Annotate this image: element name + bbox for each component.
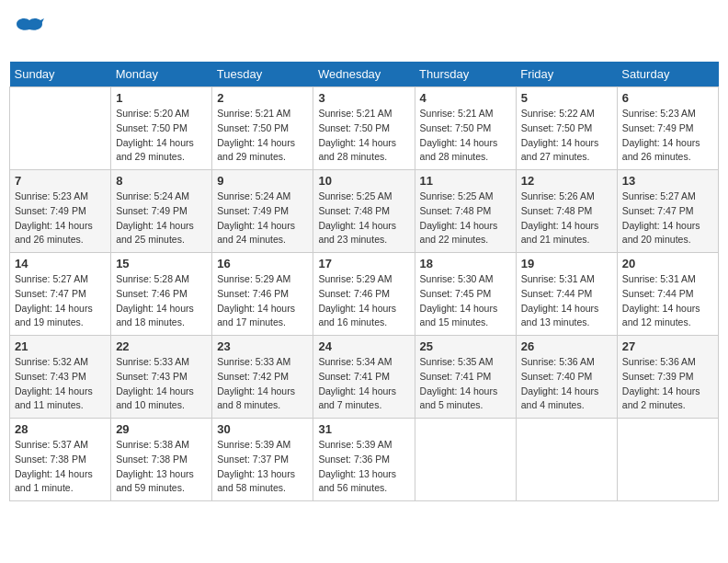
calendar-cell: 18Sunrise: 5:30 AMSunset: 7:45 PMDayligh… <box>415 253 516 336</box>
day-info: Sunrise: 5:29 AMSunset: 7:46 PMDaylight:… <box>318 272 409 330</box>
calendar-cell <box>617 419 718 501</box>
day-number: 26 <box>521 339 612 353</box>
calendar-cell: 28Sunrise: 5:37 AMSunset: 7:38 PMDayligh… <box>10 419 111 501</box>
calendar-cell: 17Sunrise: 5:29 AMSunset: 7:46 PMDayligh… <box>313 253 415 336</box>
calendar-week-2: 7Sunrise: 5:23 AMSunset: 7:49 PMDaylight… <box>10 170 719 253</box>
weekday-header-tuesday: Tuesday <box>212 62 313 87</box>
calendar-cell: 23Sunrise: 5:33 AMSunset: 7:42 PMDayligh… <box>212 336 313 419</box>
calendar-cell: 20Sunrise: 5:31 AMSunset: 7:44 PMDayligh… <box>617 253 718 336</box>
day-info: Sunrise: 5:31 AMSunset: 7:44 PMDaylight:… <box>622 272 713 330</box>
calendar-week-4: 21Sunrise: 5:32 AMSunset: 7:43 PMDayligh… <box>10 336 719 419</box>
day-number: 2 <box>217 91 308 105</box>
calendar-week-3: 14Sunrise: 5:27 AMSunset: 7:47 PMDayligh… <box>10 253 719 336</box>
day-info: Sunrise: 5:27 AMSunset: 7:47 PMDaylight:… <box>622 190 713 247</box>
day-info: Sunrise: 5:21 AMSunset: 7:50 PMDaylight:… <box>420 107 511 165</box>
day-number: 28 <box>15 422 106 436</box>
logo-bird-icon <box>15 17 44 42</box>
calendar-cell: 25Sunrise: 5:35 AMSunset: 7:41 PMDayligh… <box>415 336 516 419</box>
day-number: 1 <box>116 91 207 105</box>
day-info: Sunrise: 5:21 AMSunset: 7:50 PMDaylight:… <box>217 107 308 165</box>
calendar-cell: 21Sunrise: 5:32 AMSunset: 7:43 PMDayligh… <box>10 336 111 419</box>
day-info: Sunrise: 5:27 AMSunset: 7:47 PMDaylight:… <box>15 272 106 330</box>
calendar-week-5: 28Sunrise: 5:37 AMSunset: 7:38 PMDayligh… <box>10 419 719 501</box>
calendar-cell: 2Sunrise: 5:21 AMSunset: 7:50 PMDaylight… <box>212 87 313 170</box>
day-info: Sunrise: 5:24 AMSunset: 7:49 PMDaylight:… <box>116 190 207 247</box>
calendar-cell: 29Sunrise: 5:38 AMSunset: 7:38 PMDayligh… <box>111 419 212 501</box>
day-info: Sunrise: 5:37 AMSunset: 7:38 PMDaylight:… <box>15 438 106 496</box>
calendar-cell <box>10 87 111 170</box>
day-info: Sunrise: 5:34 AMSunset: 7:41 PMDaylight:… <box>318 355 409 413</box>
calendar-cell: 9Sunrise: 5:24 AMSunset: 7:49 PMDaylight… <box>212 170 313 253</box>
calendar-cell: 6Sunrise: 5:23 AMSunset: 7:49 PMDaylight… <box>617 87 718 170</box>
calendar-cell: 7Sunrise: 5:23 AMSunset: 7:49 PMDaylight… <box>10 170 111 253</box>
calendar-cell: 22Sunrise: 5:33 AMSunset: 7:43 PMDayligh… <box>111 336 212 419</box>
day-info: Sunrise: 5:23 AMSunset: 7:49 PMDaylight:… <box>15 190 106 247</box>
weekday-header-row: SundayMondayTuesdayWednesdayThursdayFrid… <box>10 62 719 87</box>
logo-text <box>13 17 42 47</box>
day-info: Sunrise: 5:38 AMSunset: 7:38 PMDaylight:… <box>116 438 207 496</box>
day-number: 13 <box>622 174 713 188</box>
day-info: Sunrise: 5:20 AMSunset: 7:50 PMDaylight:… <box>116 107 207 165</box>
calendar-week-1: 1Sunrise: 5:20 AMSunset: 7:50 PMDaylight… <box>10 87 719 170</box>
day-number: 10 <box>318 174 409 188</box>
day-number: 8 <box>116 174 207 188</box>
day-info: Sunrise: 5:23 AMSunset: 7:49 PMDaylight:… <box>622 107 713 165</box>
day-info: Sunrise: 5:35 AMSunset: 7:41 PMDaylight:… <box>420 355 511 413</box>
calendar-cell: 11Sunrise: 5:25 AMSunset: 7:48 PMDayligh… <box>415 170 516 253</box>
day-info: Sunrise: 5:24 AMSunset: 7:49 PMDaylight:… <box>217 190 308 247</box>
page-header <box>9 9 719 54</box>
day-number: 5 <box>521 91 612 105</box>
day-number: 30 <box>217 422 308 436</box>
calendar-cell: 8Sunrise: 5:24 AMSunset: 7:49 PMDaylight… <box>111 170 212 253</box>
calendar-cell: 16Sunrise: 5:29 AMSunset: 7:46 PMDayligh… <box>212 253 313 336</box>
day-info: Sunrise: 5:32 AMSunset: 7:43 PMDaylight:… <box>15 355 106 413</box>
calendar-cell: 5Sunrise: 5:22 AMSunset: 7:50 PMDaylight… <box>516 87 617 170</box>
day-info: Sunrise: 5:22 AMSunset: 7:50 PMDaylight:… <box>521 107 612 165</box>
day-info: Sunrise: 5:33 AMSunset: 7:43 PMDaylight:… <box>116 355 207 413</box>
calendar-cell: 10Sunrise: 5:25 AMSunset: 7:48 PMDayligh… <box>313 170 415 253</box>
day-number: 20 <box>622 257 713 270</box>
day-number: 27 <box>622 339 713 353</box>
weekday-header-wednesday: Wednesday <box>313 62 415 87</box>
calendar-cell: 13Sunrise: 5:27 AMSunset: 7:47 PMDayligh… <box>617 170 718 253</box>
day-number: 15 <box>116 257 207 270</box>
day-info: Sunrise: 5:31 AMSunset: 7:44 PMDaylight:… <box>521 272 612 330</box>
day-number: 12 <box>521 174 612 188</box>
calendar-cell <box>415 419 516 501</box>
day-info: Sunrise: 5:33 AMSunset: 7:42 PMDaylight:… <box>217 355 308 413</box>
day-number: 25 <box>420 339 511 353</box>
day-number: 6 <box>622 91 713 105</box>
day-number: 24 <box>318 339 409 353</box>
calendar-body: 1Sunrise: 5:20 AMSunset: 7:50 PMDaylight… <box>10 87 719 501</box>
calendar-cell: 24Sunrise: 5:34 AMSunset: 7:41 PMDayligh… <box>313 336 415 419</box>
logo[interactable] <box>13 17 42 47</box>
day-number: 4 <box>420 91 511 105</box>
day-info: Sunrise: 5:30 AMSunset: 7:45 PMDaylight:… <box>420 272 511 330</box>
calendar-cell: 19Sunrise: 5:31 AMSunset: 7:44 PMDayligh… <box>516 253 617 336</box>
day-number: 22 <box>116 339 207 353</box>
weekday-header-monday: Monday <box>111 62 212 87</box>
day-info: Sunrise: 5:28 AMSunset: 7:46 PMDaylight:… <box>116 272 207 330</box>
weekday-header-saturday: Saturday <box>617 62 718 87</box>
day-info: Sunrise: 5:36 AMSunset: 7:39 PMDaylight:… <box>622 355 713 413</box>
day-info: Sunrise: 5:39 AMSunset: 7:36 PMDaylight:… <box>318 438 409 496</box>
calendar-cell: 14Sunrise: 5:27 AMSunset: 7:47 PMDayligh… <box>10 253 111 336</box>
day-number: 14 <box>15 257 106 270</box>
calendar-cell: 26Sunrise: 5:36 AMSunset: 7:40 PMDayligh… <box>516 336 617 419</box>
day-info: Sunrise: 5:26 AMSunset: 7:48 PMDaylight:… <box>521 190 612 247</box>
day-info: Sunrise: 5:21 AMSunset: 7:50 PMDaylight:… <box>318 107 409 165</box>
day-number: 11 <box>420 174 511 188</box>
weekday-header-sunday: Sunday <box>10 62 111 87</box>
calendar-cell: 12Sunrise: 5:26 AMSunset: 7:48 PMDayligh… <box>516 170 617 253</box>
calendar-cell: 27Sunrise: 5:36 AMSunset: 7:39 PMDayligh… <box>617 336 718 419</box>
calendar-cell: 31Sunrise: 5:39 AMSunset: 7:36 PMDayligh… <box>313 419 415 501</box>
day-info: Sunrise: 5:25 AMSunset: 7:48 PMDaylight:… <box>318 190 409 247</box>
calendar-table: SundayMondayTuesdayWednesdayThursdayFrid… <box>9 62 719 501</box>
day-info: Sunrise: 5:39 AMSunset: 7:37 PMDaylight:… <box>217 438 308 496</box>
day-number: 31 <box>318 422 409 436</box>
day-number: 16 <box>217 257 308 270</box>
calendar-cell: 4Sunrise: 5:21 AMSunset: 7:50 PMDaylight… <box>415 87 516 170</box>
day-info: Sunrise: 5:29 AMSunset: 7:46 PMDaylight:… <box>217 272 308 330</box>
calendar-cell: 3Sunrise: 5:21 AMSunset: 7:50 PMDaylight… <box>313 87 415 170</box>
day-number: 7 <box>15 174 106 188</box>
